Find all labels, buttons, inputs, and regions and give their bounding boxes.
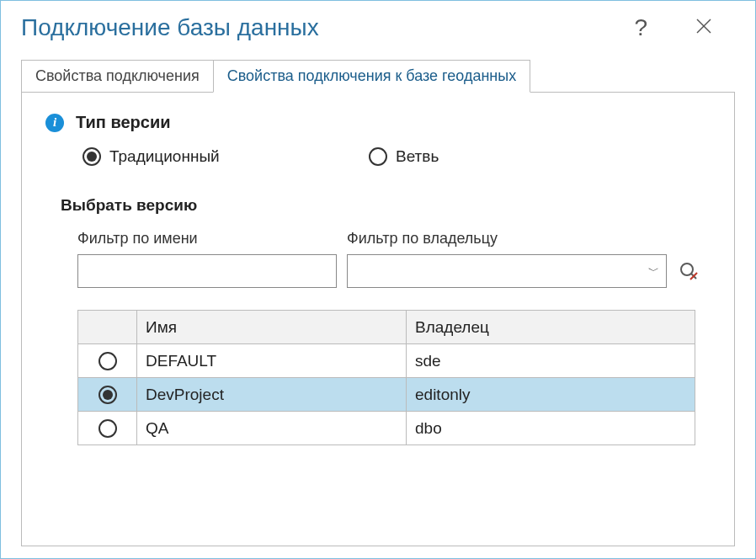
cell-owner: editonly: [407, 378, 695, 412]
titlebar: Подключение базы данных ?: [1, 1, 755, 51]
version-table: Имя Владелец DEFAULT sde DevProject edit…: [77, 310, 695, 445]
table-row[interactable]: DevProject editonly: [78, 378, 695, 412]
svg-point-2: [681, 264, 693, 275]
search-clear-icon: [678, 260, 700, 282]
radio-traditional[interactable]: Традиционный: [83, 147, 369, 166]
table-header-name[interactable]: Имя: [137, 311, 407, 344]
radio-traditional-label: Традиционный: [109, 147, 220, 166]
radio-branch[interactable]: Ветвь: [369, 147, 439, 166]
tab-panel-geodb: i Тип версии Традиционный Ветвь Выбрать …: [21, 92, 735, 546]
filter-by-name-label: Фильтр по имени: [77, 230, 337, 248]
dialog-window: Подключение базы данных ? Свойства подкл…: [0, 0, 756, 559]
table-header-owner[interactable]: Владелец: [407, 311, 695, 344]
select-version-label: Выбрать версию: [61, 196, 711, 215]
dialog-title: Подключение базы данных: [21, 14, 319, 41]
tabs: Свойства подключения Свойства подключени…: [21, 60, 735, 92]
info-icon: i: [45, 114, 64, 132]
table-header-row: Имя Владелец: [78, 311, 695, 344]
radio-traditional-indicator: [83, 147, 101, 166]
filter-by-owner-combo[interactable]: ﹀: [347, 254, 667, 288]
version-type-header: i Тип версии: [45, 113, 711, 132]
filter-by-owner: Фильтр по владельцу ﹀: [347, 230, 667, 288]
tabs-container: Свойства подключения Свойства подключени…: [21, 60, 735, 546]
tab-geodb-properties[interactable]: Свойства подключения к базе геоданных: [213, 60, 531, 93]
row-radio[interactable]: [98, 352, 117, 370]
chevron-down-icon: ﹀: [648, 264, 659, 279]
filter-row: Фильтр по имени Фильтр по владельцу ﹀: [77, 230, 711, 288]
filter-by-name-input[interactable]: [77, 254, 337, 288]
version-type-label: Тип версии: [76, 113, 170, 132]
title-controls: ?: [627, 13, 735, 43]
radio-branch-label: Ветвь: [396, 147, 439, 166]
close-button[interactable]: [688, 13, 720, 42]
table-row[interactable]: DEFAULT sde: [78, 344, 695, 378]
cell-name: QA: [137, 412, 407, 445]
radio-branch-indicator: [369, 147, 387, 166]
cell-name: DevProject: [137, 378, 407, 412]
help-button[interactable]: ?: [627, 13, 654, 43]
filter-by-name: Фильтр по имени: [77, 230, 337, 288]
clear-filter-button[interactable]: [677, 259, 700, 283]
filter-by-owner-label: Фильтр по владельцу: [347, 230, 667, 248]
cell-owner: sde: [407, 344, 695, 378]
close-icon: [695, 17, 713, 35]
table-header-select: [78, 311, 137, 344]
tab-connection-properties[interactable]: Свойства подключения: [21, 60, 214, 92]
version-type-radio-group: Традиционный Ветвь: [83, 147, 711, 166]
cell-name: DEFAULT: [137, 344, 407, 378]
cell-owner: dbo: [407, 412, 695, 445]
table-row[interactable]: QA dbo: [78, 412, 695, 445]
row-radio[interactable]: [98, 386, 117, 404]
row-radio[interactable]: [98, 419, 117, 438]
